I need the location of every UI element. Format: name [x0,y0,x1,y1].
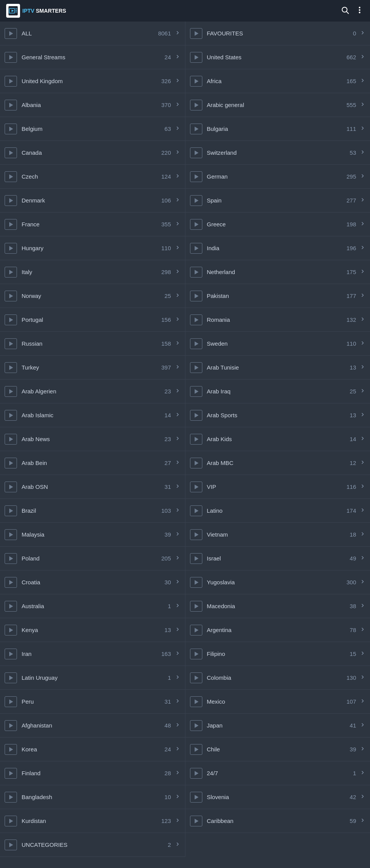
list-item[interactable]: Caribbean 59 [185,809,370,833]
list-item[interactable]: VIP 116 [185,475,370,499]
list-item[interactable]: Arab News 23 [0,427,185,451]
play-icon [5,338,17,349]
list-item[interactable]: Arab Kids 14 [185,427,370,451]
list-item[interactable]: Chile 39 [185,738,370,761]
list-item[interactable]: Argentina 78 [185,618,370,642]
chevron-right-icon [175,579,180,586]
list-item[interactable]: Latino 174 [185,499,370,523]
list-item[interactable]: 24/7 1 [185,761,370,785]
play-icon [5,100,17,110]
list-item[interactable]: Bulgaria 111 [185,117,370,141]
list-item[interactable]: Greece 198 [185,212,370,236]
list-item[interactable]: Japan 41 [185,714,370,738]
channel-group-name: Croatia [22,579,156,585]
list-item[interactable]: India 196 [185,236,370,260]
list-item[interactable]: Arab Algerien 23 [0,380,185,403]
list-item[interactable]: Portugal 156 [0,308,185,332]
list-item[interactable]: ALL 8061 [0,22,185,45]
channel-group-name: Arab Sports [207,412,341,418]
list-item[interactable]: Kenya 13 [0,618,185,642]
list-item[interactable]: Canada 220 [0,141,185,165]
list-item[interactable]: Arab Iraq 25 [185,380,370,403]
list-item[interactable]: Arab OSN 31 [0,475,185,499]
list-item[interactable]: Sweden 110 [185,332,370,356]
channel-count: 103 [156,507,171,514]
list-item[interactable]: Romania 132 [185,308,370,332]
list-item[interactable]: Mexico 107 [185,690,370,714]
chevron-right-icon [175,818,180,825]
svg-point-8 [359,7,360,8]
play-triangle-icon [195,532,198,537]
svg-point-9 [359,9,360,10]
list-item[interactable]: Africa 165 [185,69,370,93]
list-item[interactable]: Arab MBC 12 [185,451,370,475]
menu-icon[interactable] [355,6,364,16]
list-item[interactable]: Russian 158 [0,332,185,356]
list-item[interactable]: Australia 1 [0,594,185,618]
play-triangle-icon [9,270,13,274]
play-triangle-icon [195,723,198,728]
search-icon[interactable] [341,6,349,16]
list-item[interactable]: Italy 298 [0,260,185,284]
play-triangle-icon [195,556,198,561]
list-item[interactable]: Malaysia 39 [0,523,185,547]
list-item[interactable]: United Kingdom 326 [0,69,185,93]
list-item[interactable]: Netherland 175 [185,260,370,284]
list-item[interactable]: Slovenia 42 [185,785,370,809]
channel-group-name: Sweden [207,340,341,347]
list-item[interactable]: Arab Sports 13 [185,403,370,427]
list-item[interactable]: Poland 205 [0,547,185,570]
play-triangle-icon [195,294,198,298]
list-item[interactable]: General Streams 24 [0,45,185,69]
list-item[interactable]: Colombia 130 [185,666,370,690]
list-item[interactable]: Yugoslavia 300 [185,570,370,594]
list-item[interactable]: Peru 31 [0,690,185,714]
play-icon [5,768,17,779]
list-item[interactable]: Albania 370 [0,93,185,117]
header: IPTV SMARTERS [0,0,370,22]
list-item[interactable]: Iran 163 [0,642,185,666]
list-item[interactable]: Turkey 397 [0,356,185,380]
list-item[interactable]: Afghanistan 48 [0,714,185,738]
list-item[interactable]: Arab Islamic 14 [0,403,185,427]
list-item[interactable]: UNCATEGORIES 2 [0,833,185,857]
list-item[interactable]: Belgium 63 [0,117,185,141]
list-item[interactable]: United States 662 [185,45,370,69]
list-item[interactable]: Denmark 106 [0,189,185,212]
list-item[interactable]: Hungary 110 [0,236,185,260]
play-triangle-icon [9,580,13,585]
list-item[interactable]: Finland 28 [0,761,185,785]
play-icon [190,792,202,803]
list-item[interactable]: Korea 24 [0,738,185,761]
list-item[interactable]: Czech 124 [0,165,185,189]
list-item[interactable]: Kurdistan 123 [0,809,185,833]
list-item[interactable]: German 295 [185,165,370,189]
channel-count: 13 [341,412,356,418]
list-item[interactable]: France 355 [0,212,185,236]
chevron-right-icon [360,507,365,514]
list-item[interactable]: Arab Bein 27 [0,451,185,475]
list-item[interactable]: Israel 49 [185,547,370,570]
play-icon [190,243,202,254]
list-item[interactable]: Vietnam 18 [185,523,370,547]
list-item[interactable]: FAVOURITES 0 [185,22,370,45]
list-item[interactable]: Spain 277 [185,189,370,212]
list-item[interactable]: Arabic general 555 [185,93,370,117]
play-triangle-icon [9,819,13,823]
channel-group-name: United States [207,54,341,60]
list-item[interactable]: Norway 25 [0,284,185,308]
play-icon [5,601,17,612]
list-item[interactable]: Bangladesh 10 [0,785,185,809]
list-item[interactable]: Pakistan 177 [185,284,370,308]
play-triangle-icon [195,55,198,60]
list-item[interactable]: Macedonia 38 [185,594,370,618]
list-item[interactable]: Filipino 15 [185,642,370,666]
list-item[interactable]: Brazil 103 [0,499,185,523]
play-icon [5,195,17,206]
list-item[interactable]: Latin Uruguay 1 [0,666,185,690]
list-item[interactable]: Arab Tunisie 13 [185,356,370,380]
play-triangle-icon [9,413,13,418]
list-item[interactable]: Switzerland 53 [185,141,370,165]
list-item[interactable]: Croatia 30 [0,570,185,594]
channel-group-name: Arab OSN [22,483,156,490]
